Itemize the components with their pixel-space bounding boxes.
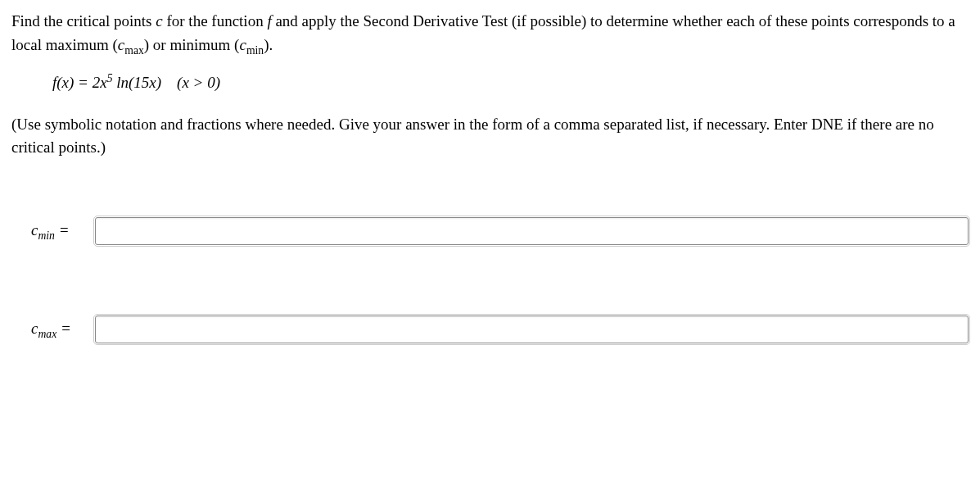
formula: f(x) = 2x5 ln(15x) (x > 0) (52, 71, 969, 95)
cmax-label: cmax = (31, 317, 84, 341)
cmin-row: cmin = (11, 217, 969, 245)
cmax-sub: max (124, 43, 144, 56)
problem-statement: Find the critical points c for the funct… (11, 10, 969, 57)
text-part: Find the critical points (11, 12, 156, 30)
cmin-eq: = (55, 221, 70, 238)
instruction-text: (Use symbolic notation and fractions whe… (11, 113, 969, 160)
text-part: ). (264, 36, 273, 53)
cmax-row: cmax = (11, 316, 969, 343)
cmin-sub-label: min (38, 229, 55, 242)
cmin-sub: min (246, 43, 264, 56)
cmin-input[interactable] (95, 217, 969, 245)
cmax-input[interactable] (95, 316, 969, 343)
text-part: ) or minimum ( (144, 36, 240, 53)
formula-open: (x) = 2x (56, 74, 106, 91)
text-part: for the function (163, 12, 268, 30)
var-c: c (156, 12, 162, 30)
cmax-var: c (118, 36, 124, 53)
cmax-eq: = (56, 320, 71, 337)
cmin-label: cmin = (31, 219, 84, 243)
cmax-sub-label: max (38, 328, 56, 340)
formula-mid: ln(15x) (x > 0) (112, 74, 220, 91)
cmin-var: c (239, 36, 246, 53)
